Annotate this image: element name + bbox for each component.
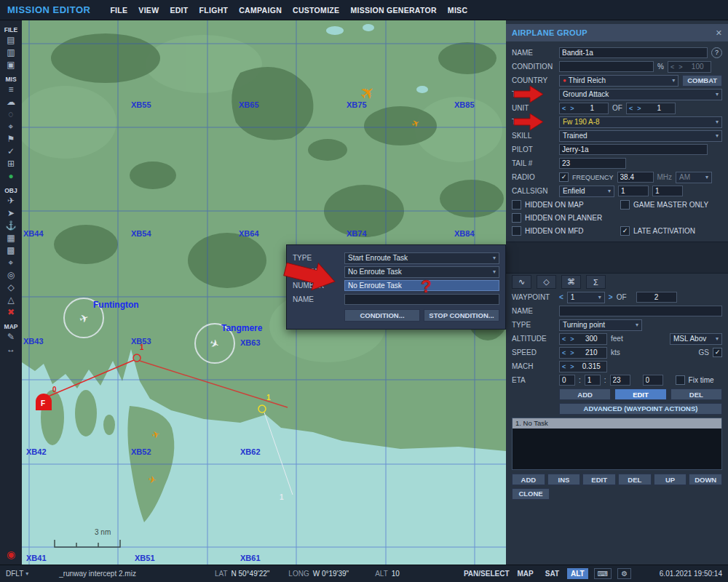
dropdown-option-selected[interactable]: No Enroute Task	[344, 280, 499, 291]
stop-condition-button[interactable]: STOP CONDITION...	[424, 309, 499, 322]
spinner-increment[interactable]: >	[568, 105, 576, 112]
hidden-on-map-checkbox[interactable]	[512, 200, 521, 210]
help-icon[interactable]: ?	[711, 47, 722, 58]
callsign-number-2[interactable]	[652, 186, 683, 196]
sat-mode-button[interactable]: SAT	[542, 568, 563, 579]
coord-mode-select[interactable]: DFLT ▾	[6, 570, 28, 578]
pilot-input[interactable]	[559, 144, 708, 155]
open-mission-icon[interactable]: ▥	[3, 47, 19, 58]
task-list-item[interactable]: 1. No Task	[513, 418, 721, 428]
altitude-spinner[interactable]: < > 300	[559, 333, 607, 345]
targeting-icon[interactable]: ⌖	[3, 121, 19, 132]
new-mission-icon[interactable]: ▤	[3, 35, 19, 46]
summary-tab[interactable]: Σ	[586, 275, 606, 289]
waypoint-task-list[interactable]: 1. No Task	[512, 418, 722, 470]
spinner-decrement[interactable]: <	[560, 335, 568, 343]
close-icon[interactable]: ✕	[716, 28, 722, 38]
tail-number-input[interactable]	[559, 158, 626, 169]
task-down-button[interactable]: DOWN	[689, 474, 722, 485]
menu-campaign[interactable]: CAMPAIGN	[239, 6, 282, 15]
menu-flight[interactable]: FLIGHT	[199, 6, 229, 15]
gs-checkbox[interactable]: ✓	[713, 348, 722, 357]
actions-tab[interactable]: ⌘	[561, 275, 581, 289]
task-ins-button[interactable]: INS	[547, 474, 581, 485]
callsign-select[interactable]: Enfield ▾	[559, 186, 614, 197]
menu-view[interactable]: VIEW	[138, 6, 159, 15]
mach-spinner[interactable]: < > 0.315	[559, 361, 607, 372]
waypoint-add-button[interactable]: ADD	[559, 388, 611, 400]
group-icon[interactable]: ◇	[3, 282, 19, 293]
fly-mission-icon[interactable]: ●	[3, 171, 19, 182]
speed-spinner[interactable]: < > 210	[559, 347, 607, 359]
enroute-name-input[interactable]	[344, 294, 499, 305]
spinner-increment[interactable]: >	[635, 105, 643, 112]
menu-mission-generator[interactable]: MISSION GENERATOR	[350, 6, 436, 15]
template-icon[interactable]: ⌖	[3, 258, 19, 268]
eta-frac-input[interactable]	[643, 375, 663, 386]
game-master-only-checkbox[interactable]	[620, 200, 630, 210]
triggers-icon[interactable]: ⊞	[3, 159, 19, 170]
fix-time-checkbox[interactable]	[676, 375, 685, 385]
draw-icon[interactable]: ✎	[3, 332, 19, 343]
country-select[interactable]: ● Third Reich ▾	[559, 75, 678, 87]
task-select[interactable]: Ground Attack ▾	[559, 89, 722, 100]
advanced-waypoint-actions-button[interactable]: ADVANCED (WAYPOINT ACTIONS)	[559, 403, 722, 415]
menu-edit[interactable]: EDIT	[170, 6, 188, 15]
waypoint-select[interactable]: 1 ▾	[567, 292, 605, 303]
eta-hours-input[interactable]	[559, 375, 575, 386]
next-waypoint-icon[interactable]: >	[609, 293, 613, 301]
check-icon[interactable]: ✓	[3, 146, 19, 157]
waypoint-name-input[interactable]	[559, 306, 722, 316]
route-tab[interactable]: ∿	[512, 275, 531, 289]
late-activation-checkbox[interactable]: ✓	[620, 226, 630, 236]
helicopter-icon[interactable]: ➤	[3, 208, 19, 219]
loop-tab[interactable]: ◇	[537, 275, 556, 289]
payload-icon[interactable]: ◌	[3, 109, 19, 120]
enroute-action-select[interactable]: No Enroute Task ▾	[344, 266, 499, 278]
condition-button[interactable]: CONDITION...	[344, 309, 420, 322]
clone-button[interactable]: CLONE	[512, 488, 550, 500]
menu-customize[interactable]: CUSTOMIZE	[293, 6, 339, 15]
alt-mode-button[interactable]: ALT	[567, 568, 588, 579]
eta-seconds-input[interactable]	[610, 375, 630, 386]
spinner-increment[interactable]: >	[568, 335, 576, 343]
waypoint-del-button[interactable]: DEL	[670, 388, 722, 400]
weather-icon[interactable]: ☁	[3, 97, 19, 108]
unit-total-spinner[interactable]: < > 1	[626, 103, 676, 114]
condition-input[interactable]	[559, 61, 654, 72]
hidden-on-mfd-checkbox[interactable]	[512, 226, 521, 236]
combat-button[interactable]: COMBAT	[682, 75, 722, 87]
static-object-icon[interactable]: ▩	[3, 245, 19, 256]
spinner-decrement[interactable]: <	[668, 63, 676, 71]
ship-icon[interactable]: ⚓	[3, 220, 19, 231]
task-edit-button[interactable]: EDIT	[582, 474, 616, 485]
spinner-increment[interactable]: >	[568, 363, 576, 370]
spinner-decrement[interactable]: <	[560, 349, 568, 356]
airplane-icon[interactable]: ✈	[3, 196, 19, 207]
settings-icon[interactable]: ⚙	[617, 568, 631, 579]
condition-spinner[interactable]: < > 100	[668, 61, 711, 73]
map-mode-button[interactable]: MAP	[514, 568, 537, 579]
waypoint-type-select[interactable]: Turning point ▾	[559, 319, 642, 331]
spinner-decrement[interactable]: <	[560, 105, 568, 112]
eta-minutes-input[interactable]	[585, 375, 601, 386]
enroute-type-select[interactable]: Start Enroute Task ▾	[344, 252, 499, 264]
spinner-increment[interactable]: >	[676, 63, 684, 71]
delete-icon[interactable]: ✖	[3, 307, 19, 318]
aircraft-type-select[interactable]: Fw 190 A-8 ▾	[559, 116, 722, 128]
waypoint-edit-button[interactable]: EDIT	[614, 388, 666, 400]
group-name-input[interactable]	[559, 47, 708, 58]
radio-checkbox[interactable]: ✓	[559, 172, 569, 182]
record-icon[interactable]: ◉	[7, 549, 15, 560]
keyboard-icon[interactable]: ⌨	[594, 568, 612, 579]
vehicle-icon[interactable]: ▦	[3, 233, 19, 244]
prev-waypoint-icon[interactable]: <	[559, 293, 563, 301]
altitude-ref-select[interactable]: MSL Abov ▾	[670, 333, 722, 345]
spinner-decrement[interactable]: <	[560, 363, 568, 370]
task-del-button[interactable]: DEL	[618, 474, 652, 485]
navpoint-icon[interactable]: △	[3, 295, 19, 306]
hidden-on-planner-checkbox[interactable]	[512, 213, 521, 223]
menu-misc[interactable]: MISC	[448, 6, 467, 15]
frequency-input[interactable]	[617, 172, 654, 183]
goals-icon[interactable]: ⚑	[3, 134, 19, 145]
